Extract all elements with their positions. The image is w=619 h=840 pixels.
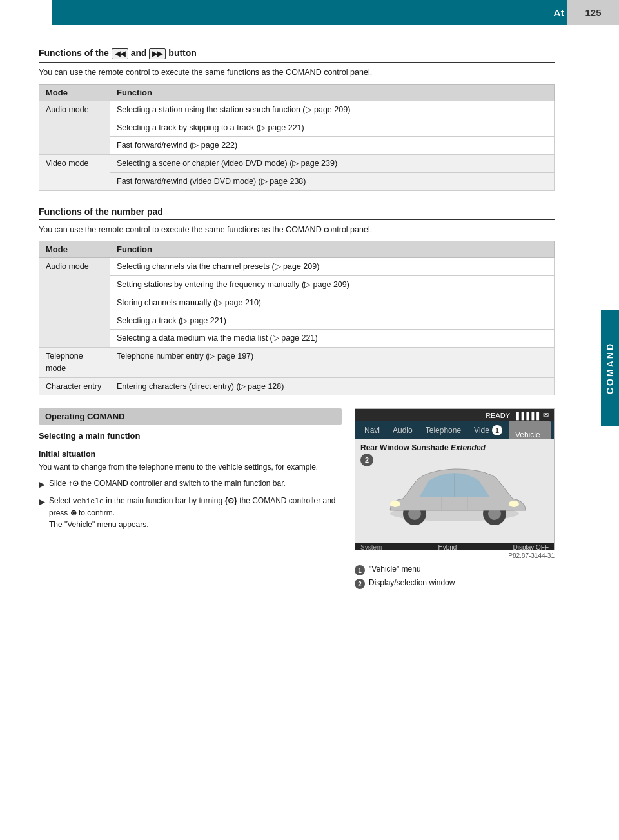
annotation-2: 2 Display/selection window xyxy=(355,578,555,589)
table-row: Storing channels manually (▷ page 210) xyxy=(39,294,555,312)
function-cell: Fast forward/rewind (video DVD mode) (▷ … xyxy=(110,172,555,190)
nav-item-telephone[interactable]: Telephone xyxy=(419,421,467,439)
next-button-icon: ▶▶ xyxy=(149,48,166,59)
car-svg xyxy=(371,452,538,530)
table-row: Setting stations by entering the frequen… xyxy=(39,276,555,294)
controls-bar: System Hybrid Display OFF xyxy=(355,543,554,550)
annotation-num-1: 1 xyxy=(355,565,365,575)
bottom-right: READY ▐▐▐▐▐ ✉ Navi Audio Telephone Vide1… xyxy=(355,408,555,592)
table-row: Audio mode Selecting a station using the… xyxy=(39,101,555,119)
function-cell: Selecting a scene or chapter (video DVD … xyxy=(110,155,555,173)
bullet-1: ▶ Slide ↑⊙ the COMAND controller and swi… xyxy=(39,477,342,491)
bottom-left: Operating COMAND Selecting a main functi… xyxy=(39,408,342,592)
mode-cell-video: Video mode xyxy=(39,155,110,191)
bottom-section: Operating COMAND Selecting a main functi… xyxy=(39,408,555,592)
page-number: 125 xyxy=(567,0,619,25)
annotation-1: 1 "Vehicle" menu xyxy=(355,565,555,575)
side-tab: COMAND xyxy=(601,310,619,426)
mode-cell-char: Character entry xyxy=(39,377,110,395)
section1-suffix: button xyxy=(168,48,197,58)
bullet-arrow-icon: ▶ xyxy=(39,478,45,491)
function-cell: Telephone number entry (▷ page 197) xyxy=(110,348,555,378)
function-cell: Storing channels manually (▷ page 210) xyxy=(110,294,555,312)
mode-cell-telephone: Telephone mode xyxy=(39,348,110,378)
svg-point-9 xyxy=(390,501,400,507)
prev-button-icon: ◀◀ xyxy=(112,48,128,59)
col1-header2: Mode xyxy=(39,241,110,258)
annotation-2-text: Display/selection window xyxy=(369,578,455,587)
annotation-list: 1 "Vehicle" menu 2 Display/selection win… xyxy=(355,565,555,589)
table-row: Fast forward/rewind (video DVD mode) (▷ … xyxy=(39,172,555,190)
operating-comand-box: Operating COMAND xyxy=(39,408,342,425)
function-cell: Selecting a data medium via the media li… xyxy=(110,330,555,348)
bullet-2: ▶ Select Vehicle in the main function ba… xyxy=(39,495,342,531)
function-cell: Setting stations by entering the frequen… xyxy=(110,276,555,294)
table-row: Selecting a track (▷ page 221) xyxy=(39,312,555,330)
table-row: Video mode Selecting a scene or chapter … xyxy=(39,155,555,173)
table-row: Character entry Entering characters (dir… xyxy=(39,377,555,395)
status-bar: READY ▐▐▐▐▐ ✉ xyxy=(355,409,554,421)
display-off-label: Display OFF xyxy=(513,544,549,550)
mode-cell-audio: Audio mode xyxy=(39,101,110,154)
car-display: Rear Window Sunshade Extended 2 xyxy=(355,439,554,543)
nav-item-audio[interactable]: Audio xyxy=(386,421,419,439)
bullet-2-text: Select Vehicle in the main function bar … xyxy=(49,495,342,531)
section2-intro: You can use the remote control to execut… xyxy=(39,224,555,236)
bullet-1-text: Slide ↑⊙ the COMAND controller and switc… xyxy=(49,477,342,490)
table-row: Audio mode Selecting channels via the ch… xyxy=(39,258,555,276)
section2-table: Mode Function Audio mode Selecting chann… xyxy=(39,241,555,395)
badge-1: 1 xyxy=(492,425,502,435)
function-cell: Fast forward/rewind (▷ page 222) xyxy=(110,137,555,155)
function-cell: Selecting a track (▷ page 221) xyxy=(110,312,555,330)
col2-header: Function xyxy=(110,84,555,101)
section2-header: Functions of the number pad xyxy=(39,206,555,220)
car-image-area: READY ▐▐▐▐▐ ✉ Navi Audio Telephone Vide1… xyxy=(355,408,555,550)
annotation-num-2: 2 xyxy=(355,579,365,589)
system-label: System xyxy=(360,544,382,550)
initial-situation-header: Initial situation xyxy=(39,450,342,459)
signal-icon: ▐▐▐▐▐ xyxy=(514,412,539,419)
bullet-arrow-icon2: ▶ xyxy=(39,495,45,508)
function-cell: Selecting a track by skipping to a track… xyxy=(110,119,555,137)
function-cell: Selecting a station using the station se… xyxy=(110,101,555,119)
header-bar: At a glance xyxy=(52,0,619,25)
selecting-header: Selecting a main function xyxy=(39,431,342,443)
section1-header: Functions of the ◀◀ and ▶▶ button xyxy=(39,48,555,63)
hybrid-label: Hybrid xyxy=(438,544,457,550)
table-row: Selecting a track by skipping to a track… xyxy=(39,119,555,137)
nav-item-video[interactable]: Vide1 xyxy=(467,421,509,439)
nav-item-navi[interactable]: Navi xyxy=(358,421,386,439)
table-row: Telephone mode Telephone number entry (▷… xyxy=(39,348,555,378)
annotation-1-text: "Vehicle" menu xyxy=(369,565,421,574)
table-row: Selecting a data medium via the media li… xyxy=(39,330,555,348)
col1-header: Mode xyxy=(39,84,110,101)
function-cell: Entering characters (direct entry) (▷ pa… xyxy=(110,377,555,395)
nav-item-vehicle[interactable]: — Vehicle xyxy=(509,421,551,439)
initial-text: You want to change from the telephone me… xyxy=(39,461,342,474)
car-label: Rear Window Sunshade Extended xyxy=(360,443,486,452)
section1-intro: You can use the remote control to execut… xyxy=(39,66,555,79)
svg-point-8 xyxy=(509,501,519,507)
and-text: and xyxy=(131,48,150,58)
nav-bar: Navi Audio Telephone Vide1 — Vehicle xyxy=(355,421,554,439)
col2-header2: Function xyxy=(110,241,555,258)
table-row: Fast forward/rewind (▷ page 222) xyxy=(39,137,555,155)
envelope-icon: ✉ xyxy=(543,411,549,419)
p-code: P82.87-3144-31 xyxy=(355,552,555,559)
function-cell: Selecting channels via the channel prese… xyxy=(110,258,555,276)
ready-text: READY xyxy=(486,412,510,419)
side-tab-label: COMAND xyxy=(605,342,615,394)
main-content: Functions of the ◀◀ and ▶▶ button You ca… xyxy=(39,32,555,617)
mode-cell-audio2: Audio mode xyxy=(39,258,110,348)
car-label-em: Extended xyxy=(451,443,486,452)
section1-table: Mode Function Audio mode Selecting a sta… xyxy=(39,84,555,191)
